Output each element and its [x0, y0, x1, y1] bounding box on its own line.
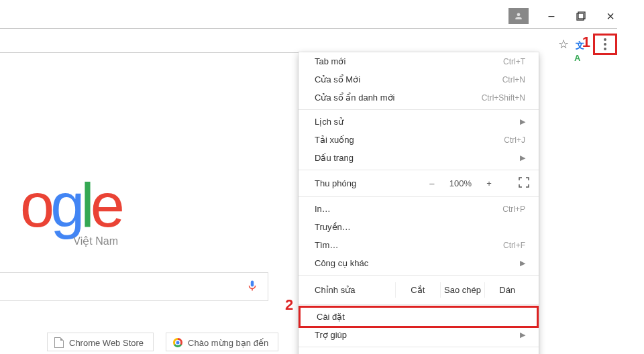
zoom-label: Thu phóng: [315, 178, 428, 188]
annotation-box-1: [593, 34, 617, 55]
menu-separator: [299, 196, 539, 197]
menu-new-tab[interactable]: Tab mới Ctrl+T: [299, 52, 539, 70]
menu-more-tools[interactable]: Công cụ khác ▶: [299, 254, 539, 272]
menu-exit[interactable]: Thoát Ctrl+Shift+Q: [299, 350, 539, 354]
menu-print[interactable]: In… Ctrl+P: [299, 200, 539, 218]
annotation-number-2: 2: [285, 296, 293, 314]
bookmark-chrome-web-store[interactable]: Chrome Web Store: [47, 333, 154, 351]
bookmark-bar: Chrome Web Store Chào mừng bạn đến: [47, 333, 278, 351]
close-button[interactable]: ×: [604, 9, 617, 23]
zoom-in-button[interactable]: +: [485, 178, 493, 188]
edit-label: Chỉnh sửa: [315, 285, 395, 295]
zoom-value: 100%: [449, 178, 472, 188]
menu-separator: [299, 304, 539, 305]
menu-new-window[interactable]: Cửa sổ Mới Ctrl+N: [299, 70, 539, 88]
menu-bookmarks[interactable]: Dấu trang ▶: [299, 149, 539, 167]
bookmark-label: Chrome Web Store: [69, 338, 144, 348]
chevron-right-icon: ▶: [520, 154, 525, 162]
menu-separator: [299, 109, 539, 110]
menu-history[interactable]: Lịch sử ▶: [299, 113, 539, 131]
bookmark-star-icon[interactable]: ☆: [558, 37, 569, 52]
maximize-button[interactable]: [574, 9, 588, 23]
fullscreen-icon[interactable]: [519, 177, 529, 190]
chevron-right-icon: ▶: [520, 259, 525, 268]
file-icon: [54, 337, 64, 348]
google-logo: ogle Việt Nam: [20, 174, 121, 236]
minimize-button[interactable]: –: [545, 9, 558, 23]
edit-cut-button[interactable]: Cắt: [395, 282, 440, 298]
tabstrip-border: [0, 28, 617, 29]
bookmark-label: Chào mừng bạn đến: [188, 338, 268, 348]
search-input[interactable]: [0, 272, 268, 301]
menu-downloads[interactable]: Tải xuống Ctrl+J: [299, 131, 539, 149]
edit-paste-button[interactable]: Dán: [484, 282, 529, 298]
menu-settings[interactable]: Cài đặt: [299, 306, 539, 328]
menu-separator: [299, 347, 539, 347]
more-menu-button[interactable]: [604, 38, 606, 50]
edit-copy-button[interactable]: Sao chép: [440, 282, 485, 298]
chevron-right-icon: ▶: [520, 117, 525, 126]
menu-help[interactable]: Trợ giúp ▶: [299, 326, 539, 344]
zoom-out-button[interactable]: –: [428, 178, 436, 188]
chrome-icon: [173, 338, 182, 347]
chrome-main-menu: Tab mới Ctrl+T Cửa sổ Mới Ctrl+N Cửa sổ …: [299, 52, 539, 354]
menu-cast[interactable]: Truyền…: [299, 218, 539, 236]
bookmark-welcome[interactable]: Chào mừng bạn đến: [166, 333, 278, 351]
menu-zoom: Thu phóng – 100% +: [299, 173, 539, 194]
chevron-right-icon: ▶: [520, 331, 525, 339]
menu-edit: Chỉnh sửa Cắt Sao chép Dán: [299, 278, 539, 302]
annotation-number-1: 1: [582, 34, 590, 51]
profile-avatar[interactable]: [508, 8, 529, 24]
voice-search-icon[interactable]: [246, 278, 258, 296]
menu-find[interactable]: Tìm… Ctrl+F: [299, 236, 539, 254]
menu-separator: [299, 275, 539, 276]
window-titlebar: – ×: [508, 8, 617, 24]
urlbar-border: [0, 52, 299, 53]
menu-incognito[interactable]: Cửa sổ ẩn danh mới Ctrl+Shift+N: [299, 88, 539, 107]
menu-separator: [299, 170, 539, 170]
google-region-label: Việt Nam: [73, 236, 118, 247]
